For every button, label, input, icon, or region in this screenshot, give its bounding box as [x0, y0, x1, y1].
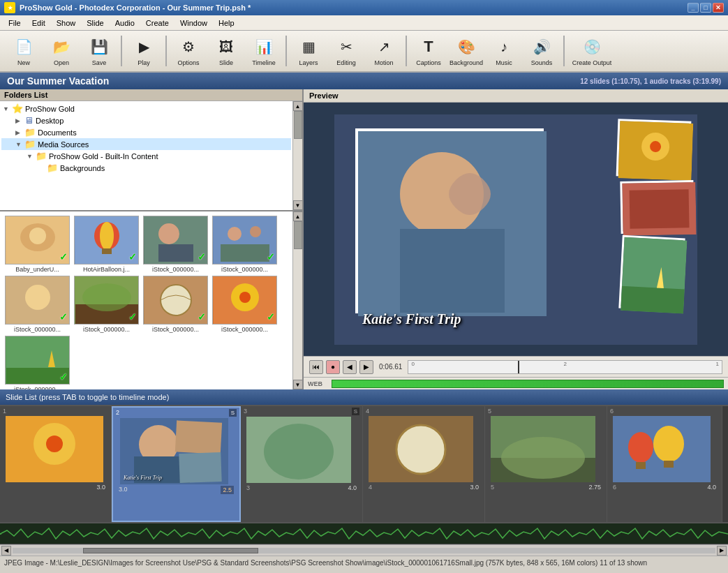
rewind-button[interactable]: ⏮ [309, 360, 323, 374]
play-button[interactable]: ▶ Play [126, 33, 162, 69]
hscroll-right-button[interactable]: ▶ [717, 546, 727, 556]
hscroll-track[interactable] [13, 548, 715, 553]
media-item-istock1[interactable]: ✓ iStock_000000... [142, 216, 209, 273]
media-item-istock4[interactable]: ✓ iStock_000000... [73, 276, 140, 333]
slide-4-thumb [369, 416, 473, 482]
folder-documents[interactable]: ▶ 📁 Documents [1, 126, 291, 138]
new-button[interactable]: 📄 New [6, 33, 42, 69]
media-item-istock3[interactable]: ✓ iStock_000000... [4, 276, 70, 333]
timeline-button[interactable]: 📊 Timeline [246, 33, 282, 69]
slide-3-duration: 4.0 [348, 484, 357, 491]
captions-button[interactable]: T Captions [410, 33, 447, 69]
media-item-baby-under[interactable]: ✓ Baby_underU... [4, 216, 70, 273]
maximize-button[interactable]: □ [700, 3, 711, 13]
slide-item-4[interactable]: 4 4 3.0 [363, 406, 485, 522]
media-thumb-istock3: ✓ [5, 276, 70, 325]
svg-point-47 [396, 425, 445, 474]
new-label: New [17, 59, 30, 66]
folder-backgrounds[interactable]: 📁 Backgrounds [1, 162, 291, 174]
minimize-button[interactable]: _ [688, 3, 699, 13]
motion-button[interactable]: ↗ Motion [366, 33, 402, 69]
folder-icon-builtin: 📁 [36, 151, 47, 161]
slide-item-2[interactable]: 2 S Katie's First Trip 3.0 2.5 [112, 406, 241, 522]
media-scroll-up[interactable]: ▲ [293, 211, 303, 221]
media-item-istock7[interactable]: ✓ iStock_000000... [4, 336, 70, 389]
media-item-hotair[interactable]: ✓ HotAirBalloon.j... [73, 216, 140, 273]
slide-6-header: 6 [607, 406, 722, 416]
hscroll-bar[interactable]: ◀ ▶ [0, 544, 728, 556]
menu-file[interactable]: File [3, 17, 27, 29]
play-label: Play [138, 59, 150, 66]
background-button[interactable]: 🎨 Background [448, 33, 484, 69]
folder-desktop[interactable]: ▶ 🖥 Desktop [1, 114, 291, 126]
options-label: Options [177, 59, 199, 66]
menu-slide[interactable]: Slide [81, 17, 109, 29]
preview-thumb1 [616, 119, 692, 179]
slide-1-thumb [6, 416, 103, 482]
media-item-istock5[interactable]: ✓ iStock_000000... [142, 276, 209, 333]
menu-audio[interactable]: Audio [110, 17, 140, 29]
media-thumb-istock6: ✓ [212, 276, 277, 325]
hscroll-left-button[interactable]: ◀ [1, 546, 11, 556]
svg-point-20 [161, 285, 191, 315]
svg-point-15 [25, 285, 50, 310]
thumb-check: ✓ [59, 371, 68, 382]
folder-mediasources[interactable]: ▼ 📁 Media Sources [1, 138, 291, 150]
menu-help[interactable]: Help [213, 17, 240, 29]
music-button[interactable]: ♪ Music [486, 33, 522, 69]
thumb-check: ✓ [267, 251, 275, 262]
scroll-down-arrow[interactable]: ▼ [293, 200, 303, 210]
media-scrollbar[interactable]: ▲ ▼ [292, 211, 302, 389]
web-bar: WEB [304, 377, 728, 389]
slide-2-header: 2 S [113, 408, 239, 418]
layers-label: Layers [299, 59, 318, 66]
playhead[interactable] [518, 361, 519, 373]
captions-label: Captions [416, 59, 441, 66]
sounds-button[interactable]: 🔊 Sounds [523, 33, 560, 69]
slide-5-num: 5 [488, 408, 491, 415]
slide-6-thumb [613, 416, 711, 482]
slide-item-3[interactable]: 3 S 3 4.0 [241, 406, 363, 522]
layers-button[interactable]: ▦ Layers [290, 33, 327, 69]
media-scroll-track[interactable] [293, 221, 302, 380]
folder-tree[interactable]: ▼ ⭐ ProShow Gold ▶ 🖥 Desktop ▶ 📁 Documen… [0, 101, 292, 210]
title-bar: ★ ProShow Gold - Photodex Corporation - … [0, 0, 728, 15]
menu-edit[interactable]: Edit [27, 17, 51, 29]
scroll-up-arrow[interactable]: ▲ [293, 101, 303, 111]
forward-button[interactable]: ▶ [359, 360, 373, 374]
folder-label-backgrounds: Backgrounds [60, 164, 105, 172]
thumb-check: ✓ [267, 311, 275, 322]
slide-list[interactable]: 1 3.0 2 S Katie's First Trip 3.0 2.5 3 S [0, 405, 728, 523]
slide-item-5[interactable]: 5 5 2.75 [485, 406, 607, 522]
folder-scrollbar[interactable]: ▲ ▼ [292, 101, 302, 210]
folder-icon-documents: 📁 [24, 127, 36, 137]
left-panel: Folders List ▼ ⭐ ProShow Gold ▶ 🖥 Deskto… [0, 89, 304, 389]
stop-button[interactable]: ● [326, 360, 340, 374]
media-scroll-down[interactable]: ▼ [293, 380, 303, 389]
media-item-istock6[interactable]: ✓ iStock_000000... [211, 276, 278, 333]
folder-proshowgold[interactable]: ▼ ⭐ ProShow Gold [1, 103, 291, 114]
motion-icon: ↗ [373, 36, 395, 58]
slide-2-trans: 2.5 [221, 486, 234, 494]
slide-item-1[interactable]: 1 3.0 [0, 406, 112, 522]
slide-button[interactable]: 🖼 Slide [208, 33, 244, 69]
back-button[interactable]: ◀ [343, 360, 357, 374]
folder-icon-media: 📁 [24, 139, 36, 149]
slide-3-header: 3 S [241, 406, 362, 417]
menu-window[interactable]: Window [174, 17, 213, 29]
close-button[interactable]: ✕ [713, 3, 724, 13]
hscroll-thumb[interactable] [83, 548, 259, 553]
scroll-track[interactable] [293, 111, 302, 200]
create-output-button[interactable]: 💿 Create Output [568, 33, 616, 69]
editing-button[interactable]: ✂ Editing [328, 33, 364, 69]
slide-item-6[interactable]: 6 6 4.0 [607, 406, 722, 522]
folder-builtin[interactable]: ▼ 📁 ProShow Gold - Built-In Content [1, 150, 291, 162]
menu-create[interactable]: Create [140, 17, 174, 29]
save-button[interactable]: 💾 Save [81, 33, 117, 69]
options-button[interactable]: ⚙ Options [170, 33, 207, 69]
open-button[interactable]: 📂 Open [43, 33, 80, 69]
expand-icon-media: ▼ [15, 141, 22, 148]
svg-point-45 [264, 424, 334, 479]
menu-show[interactable]: Show [51, 17, 82, 29]
media-item-istock2[interactable]: ✓ iStock_000000... [211, 216, 278, 273]
